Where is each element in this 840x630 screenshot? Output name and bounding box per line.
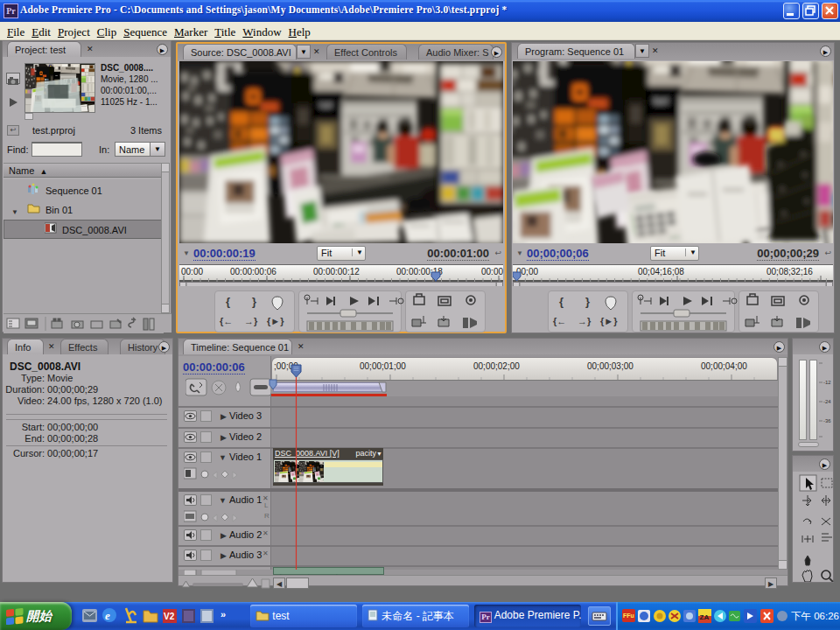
svg-text:»: » bbox=[220, 609, 226, 620]
svg-text:{►}: {►} bbox=[600, 316, 618, 326]
svg-text:e: e bbox=[105, 609, 110, 622]
svg-text:-24: -24 bbox=[823, 399, 831, 404]
svg-text:{: { bbox=[559, 295, 564, 308]
svg-text:{←: {← bbox=[220, 316, 233, 326]
svg-text:{←: {← bbox=[553, 316, 566, 326]
svg-text:V2: V2 bbox=[164, 612, 175, 621]
svg-text:{: { bbox=[226, 295, 230, 308]
svg-text:-12: -12 bbox=[823, 380, 831, 385]
svg-text:FFu: FFu bbox=[623, 612, 634, 619]
svg-text:{►}: {►} bbox=[267, 316, 284, 326]
svg-text:→}: →} bbox=[578, 316, 592, 326]
svg-text:-36: -36 bbox=[823, 418, 831, 424]
svg-text:}: } bbox=[252, 295, 256, 308]
svg-text:}: } bbox=[585, 295, 590, 308]
svg-text:→}: →} bbox=[244, 316, 258, 326]
svg-text:ZA: ZA bbox=[700, 613, 710, 621]
